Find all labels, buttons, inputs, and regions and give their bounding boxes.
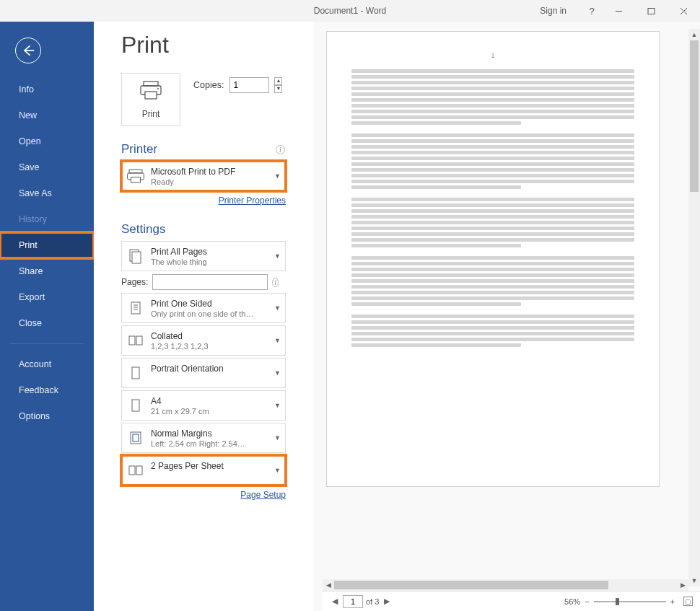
nav-options[interactable]: Options xyxy=(0,403,94,429)
chevron-down-icon: ▼ xyxy=(274,252,281,260)
info-icon[interactable]: i xyxy=(272,278,279,287)
horizontal-scrollbar[interactable]: ◀ ▶ xyxy=(323,579,688,591)
svg-rect-25 xyxy=(136,466,142,475)
close-button[interactable] xyxy=(668,0,700,22)
copies-label: Copies: xyxy=(193,80,224,90)
svg-rect-13 xyxy=(132,252,141,263)
print-what-select[interactable]: Print All Pages The whole thing ▼ xyxy=(121,241,286,271)
orientation-select[interactable]: Portrait Orientation ▼ xyxy=(121,358,286,388)
scrollbar-thumb[interactable] xyxy=(334,581,608,589)
paper-size-select[interactable]: A4 21 cm x 29.7 cm ▼ xyxy=(121,390,286,421)
page-setup-link[interactable]: Page Setup xyxy=(240,490,286,500)
pages-per-sheet-select[interactable]: 2 Pages Per Sheet ▼ xyxy=(121,455,286,485)
titlebar: Document1 - Word Sign in ? xyxy=(0,0,700,22)
print-settings-pane: Print Print Copies: ▲ ▼ xyxy=(94,22,314,611)
nav-export[interactable]: Export xyxy=(0,284,94,310)
print-button-label: Print xyxy=(142,109,160,119)
printer-icon xyxy=(139,80,162,103)
collate-select[interactable]: Collated 1,2,3 1,2,3 1,2,3 ▼ xyxy=(121,325,286,356)
pages-icon xyxy=(126,247,145,265)
svg-rect-14 xyxy=(131,302,140,314)
vertical-scrollbar[interactable]: ▲ ▼ xyxy=(688,29,700,586)
pages-label: Pages: xyxy=(121,277,148,287)
nav-share[interactable]: Share xyxy=(0,258,94,284)
chevron-down-icon: ▼ xyxy=(274,304,281,312)
document-title: Document1 - Word xyxy=(314,6,386,16)
printer-status: Ready xyxy=(151,177,271,186)
print-button[interactable]: Print xyxy=(121,73,180,126)
pages-input[interactable] xyxy=(152,274,268,290)
minimize-button[interactable] xyxy=(603,0,635,22)
preview-page: 1 xyxy=(327,32,659,486)
scroll-up-icon[interactable]: ▲ xyxy=(688,29,700,40)
chevron-down-icon: ▼ xyxy=(274,402,281,409)
printer-select[interactable]: Microsoft Print to PDF Ready ▼ xyxy=(121,161,286,191)
svg-rect-7 xyxy=(145,92,157,99)
svg-rect-1 xyxy=(648,8,655,14)
chevron-down-icon: ▼ xyxy=(274,172,281,180)
sign-in-link[interactable]: Sign in xyxy=(540,6,566,16)
svg-rect-24 xyxy=(129,466,135,475)
scrollbar-thumb[interactable] xyxy=(690,40,699,192)
margins-icon xyxy=(126,428,145,447)
nav-history: History xyxy=(0,206,94,232)
printer-name: Microsoft Print to PDF xyxy=(151,167,271,177)
two-per-sheet-icon xyxy=(126,461,145,480)
chevron-down-icon: ▼ xyxy=(274,337,281,344)
backstage-sidebar: Info New Open Save Save As History Print… xyxy=(0,22,94,611)
nav-account[interactable]: Account xyxy=(0,351,94,377)
nav-close[interactable]: Close xyxy=(0,310,94,336)
spinner-down-icon[interactable]: ▼ xyxy=(274,85,282,93)
next-page-button[interactable]: ▶ xyxy=(382,597,392,606)
margins-select[interactable]: Normal Margins Left: 2.54 cm Right: 2.54… xyxy=(121,423,286,453)
sided-select[interactable]: Print One Sided Only print on one side o… xyxy=(121,293,286,323)
chevron-down-icon: ▼ xyxy=(274,369,281,377)
nav-feedback[interactable]: Feedback xyxy=(0,377,94,403)
page-count-label: of 3 xyxy=(366,597,379,606)
svg-rect-11 xyxy=(131,177,141,183)
preview-statusbar: ◀ of 3 ▶ 56% − + ▢ xyxy=(323,591,700,611)
zoom-slider[interactable] xyxy=(594,601,666,602)
scroll-right-icon[interactable]: ▶ xyxy=(677,579,688,591)
copies-spinner[interactable]: ▲ ▼ xyxy=(274,77,282,93)
printer-properties-link[interactable]: Printer Properties xyxy=(219,195,286,206)
prev-page-button[interactable]: ◀ xyxy=(330,597,340,606)
copies-input[interactable] xyxy=(229,77,269,93)
one-sided-icon xyxy=(126,299,145,317)
scroll-left-icon[interactable]: ◀ xyxy=(323,579,334,591)
svg-rect-21 xyxy=(132,400,139,411)
printer-section-title: Printer i xyxy=(121,142,314,157)
nav-new[interactable]: New xyxy=(0,102,94,128)
svg-point-8 xyxy=(157,88,159,89)
nav-open[interactable]: Open xyxy=(0,128,94,154)
svg-rect-5 xyxy=(144,82,158,86)
help-button[interactable]: ? xyxy=(581,0,603,22)
maximize-button[interactable] xyxy=(635,0,668,22)
svg-rect-18 xyxy=(129,336,135,345)
chevron-down-icon: ▼ xyxy=(274,434,281,441)
portrait-icon xyxy=(126,364,145,382)
collate-icon xyxy=(126,331,145,350)
nav-save-as[interactable]: Save As xyxy=(0,180,94,206)
paper-icon xyxy=(126,396,145,415)
svg-rect-22 xyxy=(131,432,141,444)
nav-info[interactable]: Info xyxy=(0,76,94,102)
scroll-down-icon[interactable]: ▼ xyxy=(688,575,700,586)
nav-save[interactable]: Save xyxy=(0,154,94,180)
svg-rect-20 xyxy=(132,367,139,379)
zoom-in-button[interactable]: + xyxy=(670,597,675,606)
svg-rect-19 xyxy=(136,336,142,345)
chevron-down-icon: ▼ xyxy=(274,467,281,474)
nav-print[interactable]: Print xyxy=(0,232,94,258)
zoom-out-button[interactable]: − xyxy=(585,597,589,606)
fit-page-button[interactable]: ▢ xyxy=(683,597,693,606)
settings-section-title: Settings xyxy=(121,222,314,237)
svg-rect-23 xyxy=(133,434,139,441)
back-button[interactable] xyxy=(15,38,41,63)
zoom-level: 56% xyxy=(564,597,580,606)
current-page-input[interactable] xyxy=(343,595,363,608)
print-preview: 1 ▲ ▼ ◀ xyxy=(314,22,700,611)
page-title: Print xyxy=(121,32,314,58)
info-icon[interactable]: i xyxy=(276,145,285,154)
spinner-up-icon[interactable]: ▲ xyxy=(274,77,282,85)
